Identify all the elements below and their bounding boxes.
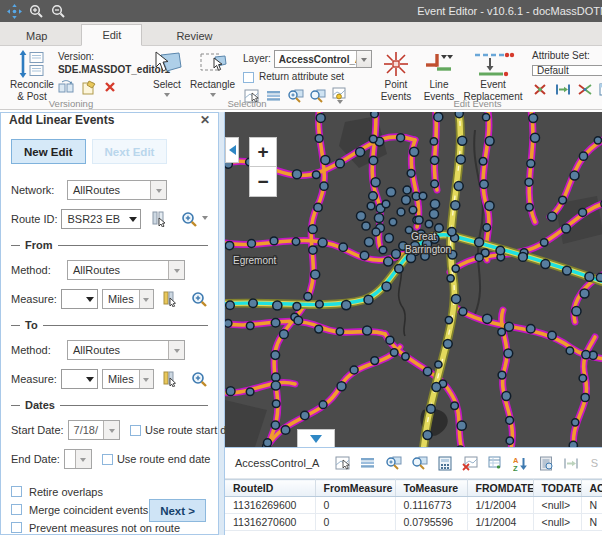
from-measure-pick-icon[interactable] — [162, 291, 177, 307]
from-measure-combo[interactable] — [61, 289, 98, 309]
zoom-out-icon[interactable] — [50, 3, 66, 19]
clear-selection-icon[interactable] — [462, 455, 478, 471]
retire-event-icon[interactable] — [554, 81, 571, 97]
network-combo[interactable]: AllRoutes — [67, 180, 167, 200]
table-row[interactable]: 11316270600 0 0.0795596 1/1/2004 <null> … — [225, 514, 602, 531]
cell[interactable]: 1/1/2004 — [467, 497, 533, 514]
rectangle-button[interactable]: Rectangle — [186, 49, 239, 97]
to-zoom-icon[interactable] — [191, 371, 208, 387]
collapse-panel-button[interactable] — [225, 137, 239, 163]
attribute-table: RouteID FromMeasure ToMeasure FROMDATE T… — [225, 478, 602, 535]
collapse-table-button[interactable] — [297, 429, 335, 447]
event-replacement-icon — [471, 50, 515, 78]
pan-icon[interactable] — [6, 3, 22, 19]
tab-edit[interactable]: Edit — [81, 24, 142, 46]
point-events-button[interactable]: Point Events — [374, 49, 418, 97]
end-date-label: End Date: — [11, 453, 60, 465]
select-features-icon[interactable] — [334, 455, 350, 471]
col-frommeasure[interactable]: FromMeasure — [315, 480, 395, 497]
to-measure-combo[interactable] — [61, 369, 98, 389]
cell[interactable]: 11316270600 — [225, 514, 315, 531]
cell[interactable]: 0 — [315, 497, 395, 514]
map-label-great: Great — [411, 231, 436, 242]
select-route-on-map-icon[interactable] — [151, 211, 167, 227]
edit-events-group-label: Edit Events — [312, 98, 602, 109]
col-ac[interactable]: AC — [581, 480, 602, 497]
from-measure-combo-arrow-icon[interactable] — [83, 292, 97, 306]
map-zoom-out-button[interactable]: − — [249, 167, 277, 197]
map-view[interactable]: Egremont Great Barrington + − — [225, 112, 602, 447]
start-date-combo-arrow-icon[interactable] — [103, 421, 119, 439]
retire-icon[interactable] — [563, 455, 579, 471]
calculator-icon[interactable] — [437, 455, 453, 471]
zoom-in-icon[interactable] — [28, 3, 44, 19]
from-method-combo-arrow-icon[interactable] — [168, 261, 184, 279]
to-units-combo-arrow-icon[interactable] — [139, 370, 153, 388]
end-date-combo[interactable] — [64, 449, 92, 469]
from-units-combo[interactable]: Miles — [102, 289, 154, 309]
use-route-start-date-checkbox[interactable] — [130, 425, 141, 436]
network-combo-arrow-icon[interactable] — [150, 181, 166, 199]
delete-version-icon[interactable] — [102, 79, 119, 95]
cell[interactable]: N — [581, 514, 602, 531]
merge-coincident-events-checkbox[interactable] — [11, 504, 22, 515]
from-zoom-icon[interactable] — [191, 291, 208, 307]
merge-events-icon[interactable] — [576, 81, 593, 97]
event-replacement-button[interactable]: Event Replacement — [460, 49, 526, 97]
cell[interactable]: <null> — [533, 514, 581, 531]
table-row[interactable]: 11316269600 0 0.1116773 1/1/2004 <null> … — [225, 497, 602, 514]
cell[interactable]: <null> — [533, 497, 581, 514]
from-method-combo[interactable]: AllRoutes — [67, 260, 185, 280]
col-routeid[interactable]: RouteID — [225, 480, 315, 497]
route-id-value: BSR23 EB — [62, 213, 126, 225]
cell[interactable]: 0 — [315, 514, 395, 531]
route-zoom-icon[interactable] — [181, 211, 198, 227]
to-method-combo[interactable]: AllRoutes — [67, 340, 185, 360]
dates-legend: Dates — [11, 399, 208, 411]
to-method-combo-arrow-icon[interactable] — [168, 341, 184, 359]
tab-review[interactable]: Review — [160, 26, 228, 46]
prevent-measures-checkbox[interactable] — [11, 522, 22, 533]
cell[interactable]: 11316269600 — [225, 497, 315, 514]
pan-to-selected-icon[interactable] — [411, 455, 428, 471]
cell[interactable]: 0.1116773 — [395, 497, 467, 514]
split-event-icon[interactable] — [532, 81, 549, 97]
compare-versions-icon[interactable] — [58, 79, 75, 95]
add-record-icon[interactable] — [488, 455, 504, 471]
col-fromdate[interactable]: FROMDATE — [467, 480, 533, 497]
return-attribute-set-checkbox[interactable] — [243, 72, 254, 83]
data-review-icon[interactable] — [538, 455, 554, 471]
tab-map[interactable]: Map — [10, 26, 63, 46]
cell[interactable]: 0.0795596 — [395, 514, 467, 531]
select-icon — [152, 50, 182, 78]
new-version-icon[interactable] — [80, 79, 97, 95]
col-todate[interactable]: TODATE — [533, 480, 581, 497]
to-measure-pick-icon[interactable] — [162, 371, 177, 387]
retire-overlaps-checkbox[interactable] — [11, 486, 22, 497]
next-button[interactable]: Next > — [149, 499, 206, 522]
to-measure-combo-arrow-icon[interactable] — [83, 372, 97, 386]
reconcile-post-icon — [18, 50, 46, 78]
reconcile-post-button[interactable]: Reconcile & Post — [6, 49, 58, 97]
start-date-combo[interactable]: 7/18/ — [68, 420, 120, 440]
line-events-button[interactable]: Line Events — [418, 49, 460, 97]
end-date-combo-arrow-icon[interactable] — [75, 450, 91, 468]
cell[interactable]: N — [581, 497, 602, 514]
to-units-combo[interactable]: Miles — [102, 369, 154, 389]
route-zoom-dropdown-icon[interactable] — [202, 216, 208, 223]
use-route-end-date-checkbox[interactable] — [102, 454, 113, 465]
route-id-combo[interactable]: BSR23 EB — [61, 209, 141, 229]
from-units-combo-arrow-icon[interactable] — [139, 290, 153, 308]
map-zoom-in-button[interactable]: + — [249, 137, 277, 167]
sort-icon[interactable]: AZ — [513, 455, 529, 471]
show-records-icon[interactable] — [360, 455, 376, 471]
cell[interactable]: 1/1/2004 — [467, 514, 533, 531]
col-tomeasure[interactable]: ToMeasure — [395, 480, 467, 497]
route-id-combo-arrow-icon[interactable] — [126, 212, 140, 226]
close-icon[interactable]: ✕ — [200, 113, 210, 127]
zoom-to-selected-icon[interactable] — [385, 455, 402, 471]
attribute-set-combo[interactable]: Default — [532, 65, 602, 77]
new-edit-button[interactable]: New Edit — [11, 139, 86, 164]
select-button[interactable]: Select — [148, 49, 186, 97]
attribute-window-icon[interactable] — [598, 81, 602, 97]
